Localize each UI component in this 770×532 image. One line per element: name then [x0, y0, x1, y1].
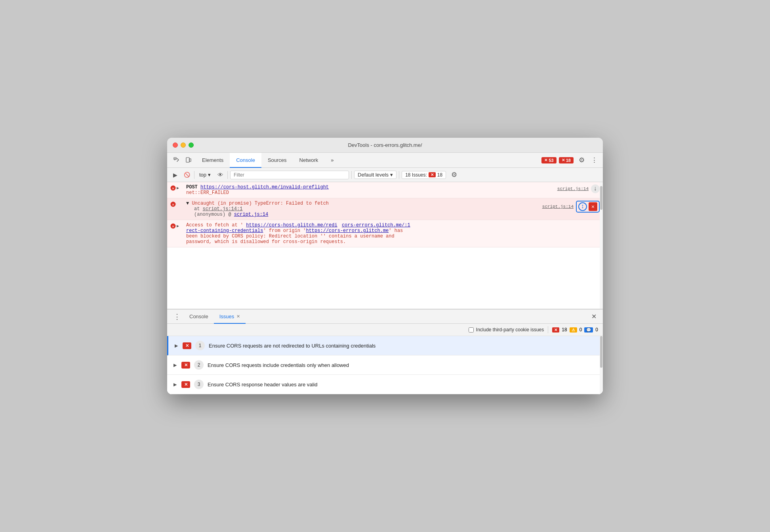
script-ref-2[interactable]: script.js:14: [542, 204, 574, 209]
console-scrollbar-thumb[interactable]: [600, 186, 602, 210]
console-content: ✕ ▶ script.js:14 ↓ POST https://cors-hos…: [167, 182, 603, 309]
stack-link-1[interactable]: script.js:14:1: [203, 206, 243, 212]
issue-2-badge: ✕: [181, 362, 190, 369]
error-count-badge[interactable]: ✕ 53: [541, 157, 557, 163]
tabbar-right: ✕ 53 ✕ 18 ⚙ ⋮: [541, 153, 601, 167]
script-ref-1[interactable]: script.js:14: [557, 186, 589, 191]
bottom-panel-menu[interactable]: ⋮: [170, 312, 184, 321]
issues-list: ▶ ✕ 1 Ensure CORS requests are not redir…: [167, 336, 603, 394]
issues-info-count: 💬: [584, 327, 593, 332]
log-level-dropdown[interactable]: Default levels ▾: [354, 171, 396, 179]
row-3-text-2: rect-containing-credentials' from origin…: [186, 228, 403, 234]
clear-console-button[interactable]: ▶: [170, 170, 180, 180]
issues-scrollbar[interactable]: [600, 336, 603, 394]
issues-count-button[interactable]: 18 Issues: ✕ 18: [402, 171, 446, 179]
titlebar: DevTools - cors-errors.glitch.me/: [167, 138, 603, 153]
toolbar-divider-3: [351, 171, 352, 179]
row-1-content: script.js:14 ↓ POST https://cors-host.gl…: [178, 184, 600, 196]
issue-1-badge: ✕: [183, 342, 191, 349]
toolbar-divider: [194, 171, 194, 179]
devtools-window: DevTools - cors-errors.glitch.me/: [167, 138, 603, 394]
issue-item-2[interactable]: ▶ ✕ 2 Ensure CORS requests include crede…: [167, 355, 603, 375]
bottom-panel: ⋮ Console Issues ✕ ✕ Include third-party…: [167, 309, 603, 394]
bottom-panel-close-button[interactable]: ✕: [588, 313, 600, 320]
toolbar-divider-2: [227, 171, 228, 179]
row-1-url[interactable]: https://cors-host.glitch.me/invalid-pref…: [200, 184, 329, 190]
bottom-tabbar: ⋮ Console Issues ✕ ✕: [167, 310, 603, 324]
tab-sources[interactable]: Sources: [261, 153, 293, 168]
tab-more[interactable]: »: [324, 153, 340, 168]
row-3-url4[interactable]: https://cors-errors.glitch.me: [306, 228, 389, 234]
device-icon[interactable]: [185, 156, 192, 164]
row-3-text-1: Access to fetch at ': [186, 222, 243, 228]
issue-1-num: 1: [195, 341, 205, 350]
third-party-checkbox[interactable]: [469, 327, 474, 332]
issues-toolbar-divider: [548, 326, 548, 333]
maximize-button[interactable]: [189, 142, 194, 148]
issues-error-badge: ✕: [429, 172, 436, 177]
issues-scrollbar-thumb[interactable]: [600, 336, 602, 368]
btab-issues[interactable]: Issues ✕: [214, 310, 246, 324]
row-2-error-text: Uncaught (in promise) TypeError: Failed …: [192, 201, 329, 206]
issue-item-1[interactable]: ▶ ✕ 1 Ensure CORS requests are not redir…: [167, 336, 603, 355]
more-button[interactable]: ⋮: [589, 155, 599, 166]
issue-item-3[interactable]: ▶ ✕ 3 Ensure CORS response header values…: [167, 375, 603, 394]
tab-network[interactable]: Network: [293, 153, 325, 168]
row-1-method: POST: [186, 184, 200, 190]
console-row-1: ✕ ▶ script.js:14 ↓ POST https://cors-hos…: [167, 182, 603, 198]
expand-triangle-1[interactable]: ▶: [177, 186, 179, 190]
svg-rect-1: [186, 158, 189, 162]
row-2-anon: (anonymous) @ script.js:14: [186, 212, 268, 217]
main-tabbar: Elements Console Sources Network » ✕ 53 …: [167, 153, 603, 168]
toolbar-divider-4: [399, 171, 399, 179]
settings-button[interactable]: ⚙: [576, 155, 587, 166]
console-row-2: ✕ script.js:14 ↕ ✕ ▼ Uncaught (in promis…: [167, 198, 603, 220]
ban-icon[interactable]: 🚫: [182, 170, 192, 180]
traffic-lights: [173, 142, 194, 148]
issues-counts: ✕ 18 ⚠ 0 💬 0: [552, 327, 598, 332]
issue-1-expand[interactable]: ▶: [175, 343, 178, 348]
svg-point-3: [187, 162, 188, 162]
context-selector[interactable]: top ▾: [197, 171, 213, 179]
issue-3-expand[interactable]: ▶: [173, 382, 177, 387]
console-scrollbar[interactable]: [600, 182, 603, 309]
third-party-checkbox-label[interactable]: Include third-party cookie issues: [469, 327, 544, 332]
issue-2-expand[interactable]: ▶: [173, 363, 177, 368]
minimize-button[interactable]: [181, 142, 186, 148]
svg-text:✕: ✕: [172, 186, 174, 191]
console-settings-button[interactable]: ⚙: [448, 169, 459, 180]
row-3-url2[interactable]: cors-errors.glitch.me/:1: [342, 222, 410, 228]
filter-input[interactable]: [230, 171, 349, 179]
tab-elements[interactable]: Elements: [196, 153, 230, 168]
btab-console[interactable]: Console: [184, 310, 214, 324]
expand-triangle-3[interactable]: ▶: [177, 224, 179, 228]
close-button[interactable]: [173, 142, 178, 148]
error-x-icon: ✕: [544, 158, 547, 162]
row-2-content: script.js:14 ↕ ✕ ▼ Uncaught (in promise)…: [178, 201, 600, 217]
issues-tab-close[interactable]: ✕: [236, 314, 240, 319]
row-2-right: script.js:14 ↕ ✕: [542, 201, 600, 213]
issue-3-text: Ensure CORS response header values are v…: [208, 382, 317, 388]
error-icon-2: ✕: [170, 201, 176, 209]
issue-2-num: 2: [194, 360, 204, 370]
issues-warn-count: ⚠: [570, 327, 577, 332]
warning-count-badge[interactable]: ✕ 18: [559, 157, 574, 163]
row-3-url3[interactable]: rect-containing-credentials: [186, 228, 263, 234]
warning-x-icon: ✕: [562, 158, 565, 162]
dismiss-icon-2[interactable]: ✕: [589, 202, 597, 211]
inspector-icon[interactable]: [173, 156, 181, 164]
link-icon-2[interactable]: ↕: [578, 202, 587, 211]
action-buttons-highlighted: ↕ ✕: [576, 201, 600, 213]
issues-error-count: ✕: [552, 327, 559, 332]
issue-3-badge: ✕: [181, 381, 190, 388]
tab-console[interactable]: Console: [230, 153, 261, 168]
row-3-content: Access to fetch at ' https://cors-host.g…: [178, 222, 600, 245]
download-icon-1[interactable]: ↓: [591, 184, 600, 193]
console-row-3: ✕ ▶ Access to fetch at ' https://cors-ho…: [167, 220, 603, 247]
eye-icon[interactable]: 👁: [215, 170, 225, 180]
row-3-url1[interactable]: https://cors-host.glitch.me/redi: [246, 222, 337, 228]
error-icon-3: ✕: [170, 223, 176, 230]
stack-link-2[interactable]: script.js:14: [234, 212, 268, 217]
row-2-expand[interactable]: ▼: [186, 201, 189, 206]
devtools-body: Elements Console Sources Network » ✕ 53 …: [167, 153, 603, 394]
